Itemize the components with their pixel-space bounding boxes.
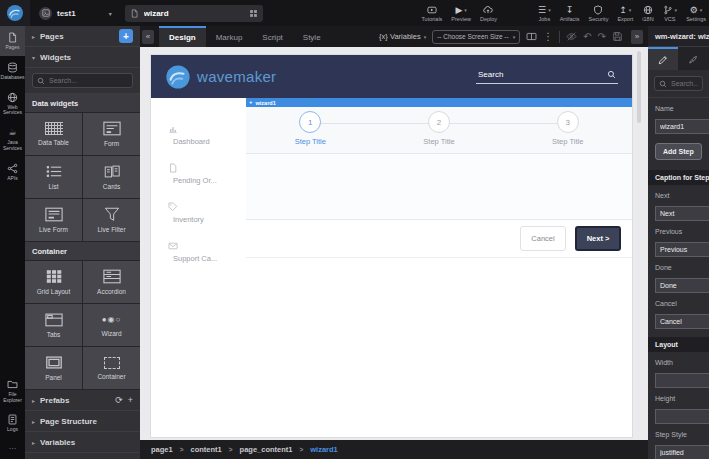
page-search-input[interactable] xyxy=(144,9,244,18)
widgets-accordion[interactable]: ▾ Widgets xyxy=(25,47,140,68)
breadcrumb-wizard1[interactable]: wizard1 xyxy=(310,445,338,454)
done-caption-input[interactable] xyxy=(655,278,709,293)
inspector-search-input[interactable] xyxy=(671,80,698,87)
menu-tutorials[interactable]: Tutorials xyxy=(421,4,442,22)
grid-view-icon[interactable] xyxy=(249,9,258,18)
widget-tile-panel[interactable]: Panel xyxy=(25,347,82,389)
wavemaker-logo[interactable] xyxy=(0,0,30,26)
undo-button[interactable]: ↶ xyxy=(583,31,591,42)
previous-caption-input[interactable] xyxy=(655,242,709,257)
app-main-area: + wizard1 1 Step Title 2 Step Title xyxy=(246,98,632,437)
data-widgets-grid: Data Table Form List Cards Live Form Liv… xyxy=(25,112,140,242)
chevron-down-icon: ▾ xyxy=(32,54,35,61)
widget-search-box[interactable] xyxy=(32,73,133,88)
canvas-scrollbar[interactable] xyxy=(637,51,641,123)
tab-properties[interactable] xyxy=(648,47,678,70)
breadcrumb-page-content1[interactable]: page_content1 xyxy=(240,445,293,454)
widget-tile-live-filter[interactable]: Live Filter xyxy=(83,199,140,241)
toggle-visibility-button[interactable] xyxy=(566,31,577,42)
rail-item-java-services[interactable]: ☕ Java Services xyxy=(0,121,25,157)
nav-item-inventory[interactable]: Inventory xyxy=(151,202,246,224)
cancel-caption-input[interactable] xyxy=(655,314,709,329)
widget-tile-list[interactable]: List xyxy=(25,156,82,198)
next-caption-input[interactable] xyxy=(655,206,709,221)
rail-item-file-explorer[interactable]: File Explorer xyxy=(0,373,25,409)
inspector-search-box[interactable] xyxy=(654,76,703,91)
folder-icon xyxy=(7,379,18,390)
menu-i18n[interactable]: i18N xyxy=(642,4,653,22)
widget-search-input[interactable] xyxy=(49,77,128,84)
collapse-inspector-button[interactable]: » xyxy=(631,30,643,44)
nav-item-support-cases[interactable]: Support Ca... xyxy=(151,241,246,263)
wizard-step-1[interactable]: 1 Step Title xyxy=(246,111,375,153)
split-view-button[interactable] xyxy=(526,31,537,42)
wizard-selection-bar[interactable]: + wizard1 xyxy=(246,98,632,107)
page-structure-accordion[interactable]: ▸ Page Structure xyxy=(25,411,140,432)
height-input[interactable] xyxy=(655,409,709,424)
name-input[interactable] xyxy=(655,119,709,134)
chevron-down-icon[interactable]: ▾ xyxy=(109,10,112,17)
menu-deploy[interactable]: Deploy xyxy=(480,4,497,22)
menu-security[interactable]: Security xyxy=(589,4,609,22)
breadcrumb-page1[interactable]: page1 xyxy=(151,445,173,454)
widget-tile-form[interactable]: Form xyxy=(83,113,140,155)
refresh-icon[interactable]: ⟳ xyxy=(115,395,123,405)
screen-size-select[interactable]: -- Choose Screen Size --▾ xyxy=(432,30,520,44)
widget-tile-tabs[interactable]: Tabs xyxy=(25,304,82,346)
breadcrumb-content1[interactable]: content1 xyxy=(190,445,221,454)
widget-tile-grid-layout[interactable]: Grid Layout xyxy=(25,261,82,303)
menu-vcs[interactable]: ▾ VCS xyxy=(663,4,678,22)
widget-tile-accordion[interactable]: Accordion xyxy=(83,261,140,303)
widget-tile-live-form[interactable]: Live Form xyxy=(25,199,82,241)
search-icon xyxy=(607,70,616,79)
rail-item-web-services[interactable]: Web Services xyxy=(0,86,25,122)
tab-styles[interactable] xyxy=(678,47,708,70)
add-prefab-button[interactable]: + xyxy=(128,395,133,405)
add-page-button[interactable]: + xyxy=(119,29,133,43)
collapse-panel-button[interactable]: « xyxy=(142,30,154,44)
add-step-button[interactable]: Add Step xyxy=(655,143,702,160)
page-search-box[interactable] xyxy=(125,5,263,22)
tab-markup[interactable]: Markup xyxy=(206,26,253,47)
save-button[interactable] xyxy=(612,31,623,42)
tab-script[interactable]: Script xyxy=(252,26,292,47)
width-input[interactable] xyxy=(655,373,709,388)
variables-dropdown[interactable]: {x} Variables▾ xyxy=(379,32,426,41)
menu-artifacts[interactable]: ↧ Artifacts xyxy=(560,4,580,22)
menu-preview[interactable]: ▶▾ Preview xyxy=(451,4,471,22)
wizard-steps-icon: ●◉○ xyxy=(102,313,122,326)
rail-item-logs[interactable]: Logs xyxy=(0,408,25,438)
cancel-button[interactable]: Cancel xyxy=(520,226,566,251)
widget-tile-wizard[interactable]: ●◉○ Wizard xyxy=(83,304,140,346)
more-options-button[interactable]: ⋮ xyxy=(543,31,553,42)
menu-export[interactable]: ↥▾ Export xyxy=(617,4,633,22)
variables-accordion[interactable]: ▸ Variables xyxy=(25,432,140,453)
data-table-icon xyxy=(45,122,63,135)
rail-item-pages[interactable]: Pages xyxy=(0,26,25,56)
next-button[interactable]: Next > xyxy=(575,226,621,251)
wavemaker-logo-icon xyxy=(6,4,24,22)
wizard-widget[interactable]: + wizard1 1 Step Title 2 Step Title xyxy=(246,98,632,258)
project-selector[interactable]: test1 ▾ xyxy=(39,7,112,20)
nav-item-dashboard[interactable]: Dashboard xyxy=(151,124,246,146)
prefabs-accordion[interactable]: ▸ Prefabs ⟳ + xyxy=(25,390,140,411)
wizard-step-2[interactable]: 2 Step Title xyxy=(375,111,504,153)
pages-accordion[interactable]: ▸ Pages + xyxy=(25,26,140,47)
widget-tile-cards[interactable]: Cards xyxy=(83,156,140,198)
rail-item-apis[interactable]: APIs xyxy=(0,157,25,187)
chevron-down-icon: ▾ xyxy=(675,7,678,13)
app-search[interactable]: Search xyxy=(476,70,618,84)
nav-item-pending-orders[interactable]: Pending Or... xyxy=(151,163,246,185)
menu-jobs[interactable]: ☰▾ Jobs xyxy=(538,4,551,22)
wizard-step-content[interactable] xyxy=(246,154,632,220)
tab-design[interactable]: Design xyxy=(159,26,206,47)
rail-item-databases[interactable]: Databases xyxy=(0,56,25,86)
rail-more-button[interactable]: … xyxy=(0,438,25,459)
step-style-input[interactable] xyxy=(655,445,709,459)
widget-tile-container[interactable]: Container xyxy=(83,347,140,389)
menu-settings[interactable]: ⚙▾ Settings xyxy=(686,4,706,22)
wizard-step-3[interactable]: 3 Step Title xyxy=(503,111,632,153)
widget-tile-data-table[interactable]: Data Table xyxy=(25,113,82,155)
redo-button[interactable]: ↷ xyxy=(598,31,606,42)
tab-style[interactable]: Style xyxy=(293,26,331,47)
